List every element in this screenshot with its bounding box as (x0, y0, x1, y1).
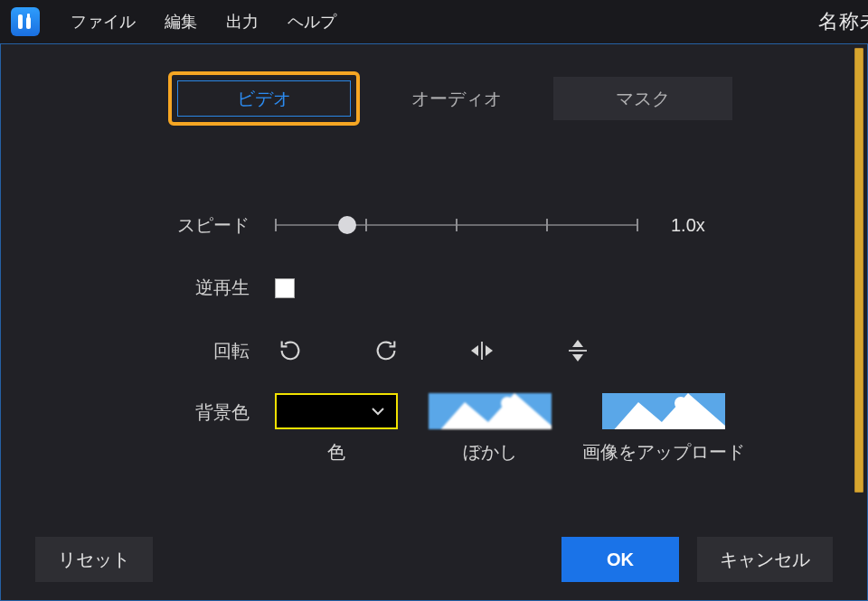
rotate-cw-icon (373, 338, 399, 363)
bg-blur-thumb (429, 393, 552, 429)
row-background: 背景色 色 ぼかし 画像をアップロード (168, 393, 745, 465)
speed-tick (275, 219, 277, 231)
dialog-footer: リセット OK キャンセル (1, 517, 867, 600)
svg-marker-5 (572, 354, 583, 362)
flip-vertical-button[interactable] (562, 335, 593, 366)
bg-option-color: 色 (275, 393, 398, 465)
bg-option-upload-label: 画像をアップロード (582, 440, 745, 465)
tab-video-highlight: ビデオ (168, 71, 360, 126)
tab-audio[interactable]: オーディオ (367, 77, 546, 120)
rotate-cw-button[interactable] (371, 335, 401, 366)
speed-slider-thumb[interactable] (338, 216, 356, 234)
speed-tick (365, 219, 367, 231)
flip-vertical-icon (565, 337, 590, 364)
rotate-ccw-icon (278, 338, 303, 363)
app-logo-icon (11, 7, 40, 36)
row-reverse: 逆再生 (168, 276, 295, 300)
speed-tick (546, 219, 548, 231)
reset-button[interactable]: リセット (35, 537, 153, 582)
menubar: ファイル 編集 出力 ヘルプ 名称未 (0, 0, 868, 43)
row-speed: スピード 1.0x (168, 211, 705, 239)
menu-file[interactable]: ファイル (56, 0, 150, 43)
cancel-button[interactable]: キャンセル (697, 537, 833, 582)
speed-slider[interactable] (275, 211, 637, 239)
svg-marker-4 (572, 340, 583, 347)
speed-tick (637, 219, 638, 231)
scrollbar-track[interactable] (853, 48, 863, 596)
tab-mask[interactable]: マスク (553, 77, 732, 120)
reverse-checkbox[interactable] (275, 278, 295, 298)
speed-value: 1.0x (671, 215, 705, 236)
tab-video[interactable]: ビデオ (177, 80, 351, 117)
menu-edit[interactable]: 編集 (150, 0, 212, 43)
bg-option-color-label: 色 (327, 440, 345, 465)
bg-color-select[interactable] (275, 393, 398, 429)
menu-help[interactable]: ヘルプ (273, 0, 351, 43)
video-properties-panel: ビデオ オーディオ マスク スピード 1.0x 逆再生 回転 (0, 43, 868, 601)
rotate-ccw-button[interactable] (275, 335, 306, 366)
speed-tick (456, 219, 458, 231)
flip-horizontal-button[interactable] (467, 335, 497, 366)
label-background: 背景色 (168, 400, 250, 425)
label-reverse: 逆再生 (168, 276, 250, 300)
menu-output[interactable]: 出力 (212, 0, 273, 43)
bg-upload-thumb (602, 393, 725, 429)
label-rotate: 回転 (168, 339, 250, 363)
svg-marker-1 (471, 345, 478, 356)
chevron-down-icon (371, 406, 385, 417)
bg-option-upload[interactable]: 画像をアップロード (582, 393, 745, 465)
scrollbar-thumb[interactable] (854, 48, 863, 493)
window-title: 名称未 (818, 8, 868, 35)
bg-option-blur[interactable]: ぼかし (429, 393, 552, 465)
row-rotate: 回転 (168, 335, 593, 366)
svg-marker-2 (486, 345, 493, 356)
bg-option-blur-label: ぼかし (463, 440, 517, 465)
flip-horizontal-icon (468, 338, 495, 363)
ok-button[interactable]: OK (561, 537, 679, 582)
property-tabs: ビデオ オーディオ マスク (168, 71, 740, 126)
label-speed: スピード (168, 213, 250, 238)
